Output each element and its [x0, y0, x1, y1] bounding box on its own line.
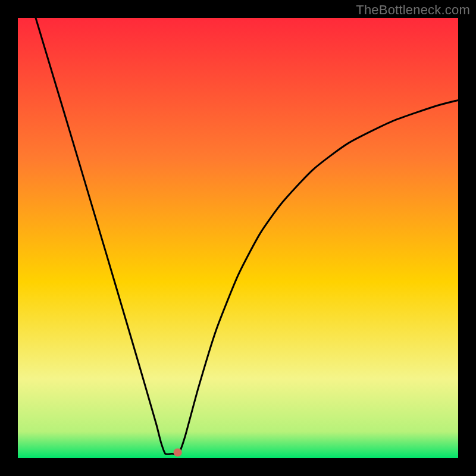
plot-area — [18, 18, 458, 458]
chart-frame: TheBottleneck.com — [0, 0, 476, 476]
gradient-background — [18, 18, 458, 458]
watermark-text: TheBottleneck.com — [356, 2, 470, 18]
chart-svg — [18, 18, 458, 458]
minimum-marker — [174, 448, 182, 456]
